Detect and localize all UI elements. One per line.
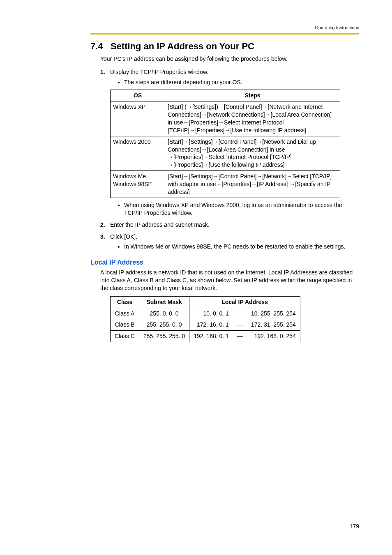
class-cell: Class C (111, 331, 139, 342)
ip-sep-cell: — (233, 319, 247, 331)
step-3-bullet: In Windows Me or Windows 98SE, the PC ne… (124, 243, 359, 251)
section-title: 7.4 Setting an IP Address on Your PC (90, 40, 359, 53)
class-cell: Class A (111, 308, 139, 319)
local-ip-intro: A local IP address is a network ID that … (100, 269, 359, 292)
table-row: Windows 2000 [Start]→[Settings]→[Control… (111, 136, 340, 171)
ip-sep-cell: — (233, 308, 247, 319)
step-text: Click [OK]. (110, 233, 137, 240)
step-text: Enter the IP address and subnet mask. (110, 221, 210, 228)
table-row: Class A 255. 0. 0. 0 10. 0. 0. 1 — 10. 2… (111, 308, 300, 319)
step-number: 2. (100, 221, 110, 229)
steps-header: Steps (165, 90, 340, 101)
mask-cell: 255. 255. 0. 0 (139, 319, 189, 331)
section-intro: Your PC's IP address can be assigned by … (100, 55, 359, 63)
section-number: 7.4 (90, 41, 103, 51)
local-ip-heading: Local IP Address (90, 258, 359, 267)
os-header: OS (111, 90, 165, 101)
ip-sep-cell: — (233, 331, 247, 342)
steps-list: 1.Display the TCP/IP Properties window. … (100, 68, 359, 251)
table-row: Class C 255. 255. 255. 0 192. 168. 0. 1 … (111, 331, 300, 342)
table-header-row: OS Steps (111, 90, 340, 101)
step-1: 1.Display the TCP/IP Properties window. … (100, 68, 359, 216)
os-steps-table: OS Steps Windows XP [Start] (→[Settings]… (110, 90, 340, 198)
table-row: Class B 255. 255. 0. 0 172. 16. 0. 1 — 1… (111, 319, 300, 331)
ip-class-table: Class Subnet Mask Local IP Address Class… (110, 296, 300, 343)
step-2: 2.Enter the IP address and subnet mask. (100, 221, 359, 229)
ip-from-cell: 172. 16. 0. 1 (189, 319, 233, 331)
mask-header: Subnet Mask (139, 296, 189, 308)
os-cell: Windows XP (111, 101, 165, 136)
os-cell: Windows 2000 (111, 136, 165, 171)
step-number: 1. (100, 68, 110, 76)
top-rule (90, 33, 359, 35)
document-page: Operating Instructions 7.4 Setting an IP… (0, 0, 392, 555)
ip-to-cell: 172. 31. 255. 254 (247, 319, 300, 331)
section-heading-text: Setting an IP Address on Your PC (111, 41, 254, 51)
step-3: 3.Click [OK]. In Windows Me or Windows 9… (100, 233, 359, 251)
step-number: 3. (100, 233, 110, 241)
table-row: Windows Me, Windows 98SE [Start]→[Settin… (111, 171, 340, 198)
ip-to-cell: 192. 168. 0. 254 (247, 331, 300, 342)
steps-cell: [Start]→[Settings]→[Control Panel]→[Netw… (165, 136, 340, 171)
class-header: Class (111, 296, 139, 308)
steps-cell: [Start] (→[Settings])→[Control Panel]→[N… (165, 101, 340, 136)
ip-from-cell: 192. 168. 0. 1 (189, 331, 233, 342)
step-1-bullet-2: When using Windows XP and Windows 2000, … (124, 201, 359, 217)
running-header: Operating Instructions (90, 25, 359, 31)
steps-cell: [Start]→[Settings]→[Control Panel]→[Netw… (165, 171, 340, 198)
mask-cell: 255. 0. 0. 0 (139, 308, 189, 319)
step-text: Display the TCP/IP Properties window. (110, 69, 208, 75)
table-row: Windows XP [Start] (→[Settings])→[Contro… (111, 101, 340, 136)
page-number: 179 (350, 523, 359, 530)
ip-to-cell: 10. 255. 255. 254 (247, 308, 300, 319)
mask-cell: 255. 255. 255. 0 (139, 331, 189, 342)
step-1-bullet: The steps are different depending on you… (124, 78, 359, 86)
os-cell: Windows Me, Windows 98SE (111, 171, 165, 198)
ip-from-cell: 10. 0. 0. 1 (189, 308, 233, 319)
local-ip-header: Local IP Address (189, 296, 300, 308)
class-cell: Class B (111, 319, 139, 331)
table-header-row: Class Subnet Mask Local IP Address (111, 296, 300, 308)
